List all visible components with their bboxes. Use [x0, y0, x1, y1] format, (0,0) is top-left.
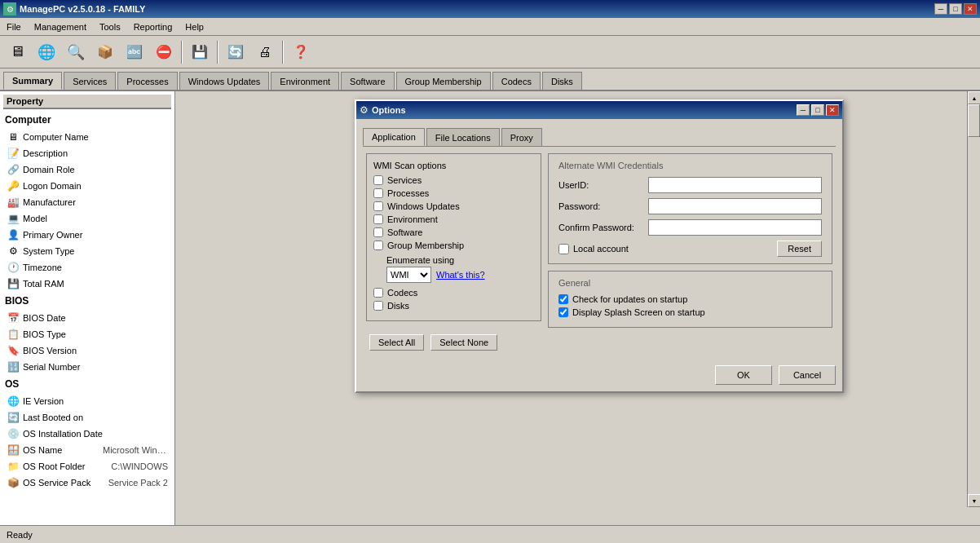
toolbar-btn-search[interactable]: 🔍 [62, 38, 90, 66]
os-sp-label: OS Service Pack [23, 478, 90, 488]
last-booted-label: Last Booted on [23, 413, 83, 422]
app-icon: ⚙ [3, 2, 16, 15]
os-name-icon: 🪟 [7, 444, 20, 457]
select-none-button[interactable]: Select None [430, 334, 497, 351]
password-input[interactable] [648, 198, 822, 214]
check-updates-label: Check for updates on startup [572, 294, 687, 304]
dialog-bottom-buttons: OK Cancel [356, 357, 842, 391]
dialog-minimize-button[interactable]: ─ [797, 104, 810, 116]
local-account-checkbox[interactable] [558, 244, 569, 254]
menu-help[interactable]: Help [179, 20, 210, 33]
dialog-body: Application File Locations Proxy WMI Sca… [356, 119, 842, 357]
dialog-close-button[interactable]: ✕ [826, 104, 839, 116]
wmi-group-membership-checkbox[interactable] [373, 241, 383, 250]
dialog-title: Options [372, 105, 795, 115]
local-account-label: Local account [573, 244, 629, 254]
alt-wmi-credentials-group: Alternate WMI Credentials UserID: Passwo… [548, 153, 832, 264]
inner-tab-application[interactable]: Application [363, 128, 425, 146]
last-booted-icon: 🔄 [7, 411, 20, 424]
wmi-select-dropdown[interactable]: WMI [386, 267, 431, 283]
general-title: General [558, 278, 822, 288]
os-sp-value: Service Pack 2 [108, 478, 168, 488]
list-item: 💾 Total RAM [3, 276, 171, 292]
tab-group-membership[interactable]: Group Membership [396, 72, 491, 90]
toolbar-btn-computer[interactable]: 🖥 [3, 38, 31, 66]
scroll-thumb[interactable] [968, 104, 980, 137]
list-item: 🔖 BIOS Version [3, 342, 171, 359]
wmi-environment-label: Environment [387, 214, 438, 224]
toolbar: 🖥 🌐 🔍 📦 🔤 ⛔ 💾 🔄 🖨 ❓ [0, 36, 980, 68]
tab-codecs[interactable]: Codecs [492, 72, 541, 90]
tab-processes[interactable]: Processes [117, 72, 177, 90]
toolbar-btn-save[interactable]: 💾 [186, 38, 214, 66]
menu-reporting[interactable]: Reporting [127, 20, 179, 33]
tab-software[interactable]: Software [341, 72, 394, 90]
primary-owner-icon: 👤 [7, 228, 20, 241]
wmi-processes-label: Processes [387, 188, 429, 198]
toolbar-separator-2 [217, 41, 219, 64]
toolbar-btn-refresh[interactable]: 🔄 [222, 38, 249, 66]
wmi-services-checkbox[interactable] [373, 175, 383, 185]
scroll-down-button[interactable]: ▼ [968, 494, 980, 507]
domain-role-label: Domain Role [23, 165, 75, 174]
inner-tab-file-locations[interactable]: File Locations [426, 128, 500, 146]
tab-windows-updates[interactable]: Windows Updates [179, 72, 270, 90]
toolbar-btn-text[interactable]: 🔤 [121, 38, 148, 66]
maximize-button[interactable]: □ [949, 3, 962, 15]
wmi-disks-label: Disks [387, 301, 409, 311]
select-all-button[interactable]: Select All [369, 334, 424, 351]
toolbar-btn-print[interactable]: 🖨 [251, 38, 279, 66]
total-ram-label: Total RAM [23, 279, 64, 289]
userid-input[interactable] [648, 177, 822, 193]
inner-tab-proxy[interactable]: Proxy [501, 128, 542, 146]
tab-environment[interactable]: Environment [271, 72, 339, 90]
dialog-maximize-button[interactable]: □ [811, 104, 824, 116]
confirm-password-input[interactable] [648, 219, 822, 236]
whats-this-link[interactable]: What's this? [436, 270, 485, 280]
toolbar-btn-stop[interactable]: ⛔ [150, 38, 178, 66]
status-text: Ready [7, 530, 33, 540]
manufacturer-label: Manufacturer [23, 197, 76, 207]
userid-label: UserID: [558, 180, 648, 190]
enumerate-row: Enumerate using [373, 255, 534, 265]
alt-wmi-title: Alternate WMI Credentials [558, 161, 822, 170]
tab-disks[interactable]: Disks [542, 72, 582, 90]
options-dialog: ⚙ Options ─ □ ✕ Application File Locatio… [355, 99, 844, 393]
reset-button[interactable]: Reset [777, 241, 822, 257]
scrollbar[interactable]: ▲ ▼ [967, 91, 980, 507]
description-icon: 📝 [7, 147, 20, 160]
wmi-software-checkbox[interactable] [373, 227, 383, 237]
menu-file[interactable]: File [0, 20, 28, 33]
dialog-title-bar: ⚙ Options ─ □ ✕ [356, 101, 842, 119]
toolbar-btn-help[interactable]: ❓ [287, 38, 315, 66]
list-item: 🏭 Manufacturer [3, 194, 171, 210]
wmi-windows-updates-checkbox[interactable] [373, 201, 383, 211]
menu-tools[interactable]: Tools [93, 20, 127, 33]
close-button[interactable]: ✕ [964, 3, 977, 15]
wmi-environment-row: Environment [373, 214, 534, 224]
os-install-date-label: OS Installation Date [23, 429, 103, 439]
wmi-scan-panel: WMI Scan options Services Processes [366, 153, 541, 351]
display-splash-checkbox[interactable] [558, 307, 568, 317]
ok-button[interactable]: OK [715, 365, 772, 385]
scroll-up-button[interactable]: ▲ [968, 91, 980, 104]
wmi-disks-checkbox[interactable] [373, 301, 383, 311]
logon-domain-label: Logon Domain [23, 181, 82, 191]
bios-version-icon: 🔖 [7, 344, 20, 357]
check-updates-checkbox[interactable] [558, 294, 568, 304]
wmi-processes-checkbox[interactable] [373, 188, 383, 198]
toolbar-btn-network[interactable]: 🌐 [33, 38, 60, 66]
menu-management[interactable]: Management [28, 20, 93, 33]
list-item: 👤 Primary Owner [3, 227, 171, 243]
cancel-button[interactable]: Cancel [779, 365, 836, 385]
minimize-button[interactable]: ─ [934, 3, 947, 15]
tab-summary[interactable]: Summary [3, 72, 62, 90]
logon-domain-icon: 🔑 [7, 179, 20, 192]
wmi-codecs-checkbox[interactable] [373, 288, 383, 298]
left-panel: Property Computer 🖥 Computer Name 📝 Desc… [0, 91, 175, 525]
tab-services[interactable]: Services [64, 72, 116, 90]
wmi-environment-checkbox[interactable] [373, 214, 383, 224]
wmi-codecs-label: Codecs [387, 288, 417, 298]
dialog-main-content: WMI Scan options Services Processes [363, 153, 836, 351]
toolbar-btn-package[interactable]: 📦 [91, 38, 119, 66]
